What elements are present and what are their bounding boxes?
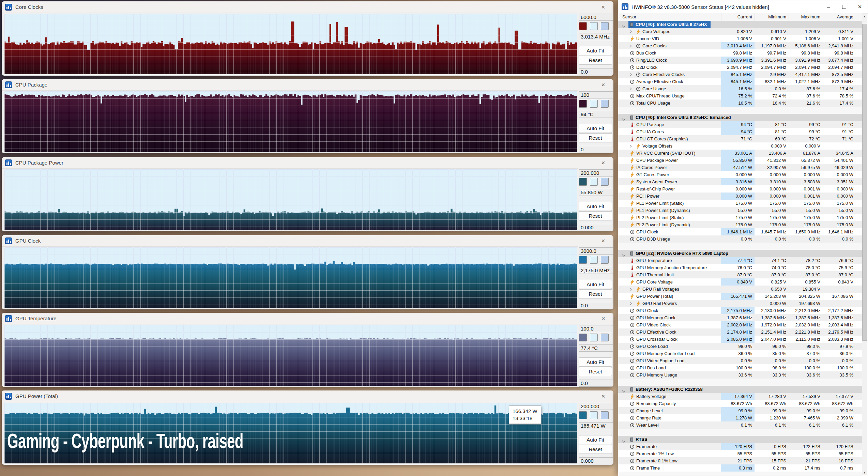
chevron-right-icon[interactable] bbox=[629, 144, 632, 148]
sensor-row-framerate-0-1-low[interactable]: Framerate 0.1% Low21 FPS15 FPS21 FPS18 F… bbox=[618, 457, 862, 464]
grid-color-swatch[interactable] bbox=[601, 22, 609, 30]
auto-fit-button[interactable]: Auto Fit bbox=[579, 202, 612, 211]
sensor-row-gpu-rail-powers[interactable]: GPU Rail Powers0.000 W197.693 W bbox=[618, 300, 862, 307]
column-maximum[interactable]: Maximum bbox=[789, 13, 823, 21]
series-color-swatch[interactable] bbox=[579, 411, 587, 419]
sensor-row-gpu-clock[interactable]: GPU Clock1,646.1 MHz1,645.7 MHz1,650.0 M… bbox=[618, 228, 862, 235]
graph-titlebar[interactable]: CPU Package bbox=[2, 79, 613, 91]
sensor-row-charge-level[interactable]: Charge Level99.0 %99.0 %99.0 %99.0 % bbox=[618, 407, 862, 414]
sensor-row-ia-cores-power[interactable]: IA Cores Power47.514 W32.907 W56.975 W46… bbox=[618, 164, 862, 171]
grid-color-swatch[interactable] bbox=[601, 334, 609, 341]
sensor-row-gt-cores-power[interactable]: GT Cores Power0.000 W0.000 W0.000 W0.000… bbox=[618, 171, 862, 178]
scroll-down-icon[interactable]: ▼ bbox=[862, 470, 867, 475]
axis-min-field[interactable]: 0.000 bbox=[579, 457, 613, 464]
graph-titlebar[interactable]: GPU Clock bbox=[2, 235, 613, 247]
scroll-up-icon[interactable]: ▲ bbox=[862, 14, 867, 19]
sensor-row-gpu-video-engine-load[interactable]: GPU Video Engine Load0.0 %0.0 %0.0 %0.0 … bbox=[618, 357, 862, 364]
sensor-row-uncore-vid[interactable]: Uncore VID1.006 V0.901 V1.006 V1.001 V bbox=[618, 35, 862, 42]
graph-plot-area[interactable] bbox=[4, 325, 577, 386]
auto-fit-button[interactable]: Auto Fit bbox=[579, 357, 612, 367]
sensor-row-gpu-memory-clock[interactable]: GPU Memory Clock1,387.6 MHz1,387.6 MHz1,… bbox=[618, 314, 862, 321]
close-icon[interactable]: × bbox=[599, 392, 607, 400]
reset-button[interactable]: Reset bbox=[579, 367, 612, 376]
graph-plot-area[interactable] bbox=[4, 14, 577, 74]
sensor-row-core-effective-clocks[interactable]: Core Effective Clocks845.1 MHz2.9 MHz4,4… bbox=[618, 71, 862, 78]
sensor-row-core-voltages[interactable]: Core Voltages0.820 V0.610 V1.209 V0.811 … bbox=[618, 28, 862, 35]
current-value-field[interactable]: 165.471 W bbox=[579, 422, 613, 429]
section-header-cpu-0-intel-core-ultra-9-275hx[interactable]: CPU [#0]: Intel Core Ultra 9 275HX bbox=[618, 21, 862, 28]
hwinfo-titlebar[interactable]: HWiNFO® 32 v8.30-5800 Sensor Status [442… bbox=[618, 0, 868, 14]
graph-titlebar[interactable]: CPU Package Power bbox=[2, 157, 613, 169]
sensor-row-gpu-thermal-limit[interactable]: GPU Thermal Limit87.0 °C87.0 °C87.0 °C87… bbox=[618, 271, 862, 278]
auto-fit-button[interactable]: Auto Fit bbox=[579, 435, 612, 444]
axis-max-field[interactable]: 100 bbox=[579, 91, 613, 98]
sensor-row-gpu-temperature[interactable]: GPU Temperature77.4 °C74.1 °C78.2 °C76.6… bbox=[618, 257, 862, 264]
graph-plot-area[interactable] bbox=[4, 247, 577, 308]
chevron-down-icon[interactable] bbox=[622, 254, 626, 257]
sensor-row-gpu-crossbar-clock[interactable]: GPU Crossbar Clock2,085.0 MHz2,047.0 MHz… bbox=[618, 336, 862, 343]
reset-button[interactable]: Reset bbox=[579, 133, 612, 142]
background-color-swatch[interactable] bbox=[590, 334, 598, 341]
sensor-row-voltage-offsets[interactable]: Voltage Offsets0.000 V0.000 V bbox=[618, 142, 862, 150]
series-color-swatch[interactable] bbox=[579, 178, 587, 186]
section-header-gpu-2-nvidia-geforce-rtx-5090-laptop[interactable]: GPU [#2]: NVIDIA GeForce RTX 5090 Laptop bbox=[618, 250, 862, 257]
reset-button[interactable]: Reset bbox=[579, 289, 612, 298]
sensor-row-gpu-memory-junction-temperature[interactable]: GPU Memory Junction Temperature76.0 °C74… bbox=[618, 264, 862, 271]
close-icon[interactable]: × bbox=[599, 3, 607, 11]
axis-max-field[interactable]: 6000.0 bbox=[579, 14, 613, 21]
sensor-row-ring-llc-clock[interactable]: Ring/LLC Clock3,690.9 MHz3,391.6 MHz3,69… bbox=[618, 57, 862, 64]
chevron-down-icon[interactable] bbox=[622, 390, 626, 393]
graph-titlebar[interactable]: GPU Power (Total) bbox=[2, 390, 613, 402]
current-value-field[interactable]: 77.4 °C bbox=[579, 344, 613, 352]
sensor-row-gpu-effective-clock[interactable]: GPU Effective Clock2,174.8 MHz2,151.4 MH… bbox=[618, 328, 862, 336]
chevron-right-icon[interactable] bbox=[629, 30, 632, 34]
auto-fit-button[interactable]: Auto Fit bbox=[579, 124, 612, 133]
chevron-right-icon[interactable] bbox=[629, 87, 632, 91]
close-icon[interactable]: × bbox=[599, 81, 607, 89]
section-header-cpu-0-intel-core-ultra-9-275hx-enhanced[interactable]: CPU [#0]: Intel Core Ultra 9 275HX: Enha… bbox=[618, 114, 862, 121]
sensor-row-charge-rate[interactable]: Charge Rate1.278 W1.230 W7.465 W2.399 W bbox=[618, 414, 862, 421]
grid-color-swatch[interactable] bbox=[601, 411, 609, 419]
axis-max-field[interactable]: 3000.0 bbox=[579, 247, 613, 255]
sensor-row-cpu-gt-cores-graphics[interactable]: CPU GT Cores (Graphics)71 °C69 °C72 °C71… bbox=[618, 135, 862, 142]
chevron-right-icon[interactable] bbox=[629, 287, 632, 291]
sensor-row-cpu-package[interactable]: CPU Package94 °C81 °C99 °C91 °C bbox=[618, 121, 862, 128]
sensor-row-average-effective-clock[interactable]: Average Effective Clock845.1 MHz832.1 MH… bbox=[618, 78, 862, 85]
close-icon[interactable]: × bbox=[599, 159, 607, 167]
axis-min-field[interactable]: 0.0 bbox=[579, 380, 613, 387]
sensor-row-bus-clock[interactable]: Bus Clock99.8 MHz99.7 MHz99.8 MHz99.8 MH… bbox=[618, 49, 862, 57]
sensor-row-max-cpu-thread-usage[interactable]: Max CPU/Thread Usage75.2 %72.4 %87.6 %78… bbox=[618, 92, 862, 99]
sensor-row-total-cpu-usage[interactable]: Total CPU Usage16.5 %16.4 %21.6 %17.4 % bbox=[618, 99, 862, 107]
sensor-row-gpu-d3d-usage[interactable]: GPU D3D Usage0.0 %0.0 %0.0 %0.0 % bbox=[618, 235, 862, 243]
sensor-row-core-clocks[interactable]: Core Clocks3,013.4 MHz1,197.0 MHz5,188.6… bbox=[618, 42, 862, 49]
sensor-row-gpu-video-clock[interactable]: GPU Video Clock2,002.0 MHz1,972.0 MHz2,0… bbox=[618, 321, 862, 328]
series-color-swatch[interactable] bbox=[579, 100, 587, 108]
grid-color-swatch[interactable] bbox=[601, 178, 609, 186]
current-value-field[interactable]: 55.850 W bbox=[579, 189, 613, 196]
axis-max-field[interactable]: 100.0 bbox=[579, 325, 613, 332]
sensor-row-vr-vcc-current-svid-iout[interactable]: VR VCC Current (SVID IOUT)33.001 A13.406… bbox=[618, 150, 862, 157]
reset-button[interactable]: Reset bbox=[579, 211, 612, 220]
graph-plot-area[interactable] bbox=[4, 169, 577, 230]
graph-titlebar[interactable]: Core Clocks bbox=[2, 1, 613, 13]
current-value-field[interactable]: 3,013.4 MHz bbox=[579, 33, 613, 40]
sensor-row-pl2-power-limit-static[interactable]: PL2 Power Limit (Static)175.0 W175.0 W17… bbox=[618, 214, 862, 221]
graph-plot-area[interactable] bbox=[4, 91, 577, 152]
background-color-swatch[interactable] bbox=[590, 178, 598, 186]
sensor-row-cpu-ia-cores[interactable]: CPU IA Cores94 °C81 °C99 °C91 °C bbox=[618, 128, 862, 135]
minimize-button[interactable]: – bbox=[821, 0, 836, 13]
series-color-swatch[interactable] bbox=[579, 22, 587, 30]
chevron-down-icon[interactable] bbox=[622, 440, 626, 443]
auto-fit-button[interactable]: Auto Fit bbox=[579, 46, 612, 55]
sensor-row-gpu-memory-usage[interactable]: GPU Memory Usage33.6 %33.3 %33.6 %33.5 % bbox=[618, 371, 862, 379]
sensor-row-rest-of-chip-power[interactable]: Rest-of-Chip Power0.000 W0.000 W0.001 W0… bbox=[618, 185, 862, 193]
sensor-row-gpu-bus-load[interactable]: GPU Bus Load100.0 %98.0 %100.0 %100.0 % bbox=[618, 364, 862, 371]
section-header-battery-as3gyfg3kc-r220358[interactable]: Battery: AS3GYFG3KC R220358 bbox=[618, 386, 862, 393]
series-color-swatch[interactable] bbox=[579, 256, 587, 264]
column-sensor[interactable]: Sensor bbox=[622, 13, 636, 21]
sensor-row-gpu-core-voltage[interactable]: GPU Core Voltage0.840 V0.825 V0.855 V0.8… bbox=[618, 278, 862, 286]
maximize-button[interactable] bbox=[836, 0, 852, 13]
axis-min-field[interactable]: 0.0 bbox=[579, 302, 613, 309]
auto-fit-button[interactable]: Auto Fit bbox=[579, 280, 612, 289]
graph-titlebar[interactable]: GPU Temperature bbox=[2, 313, 613, 324]
